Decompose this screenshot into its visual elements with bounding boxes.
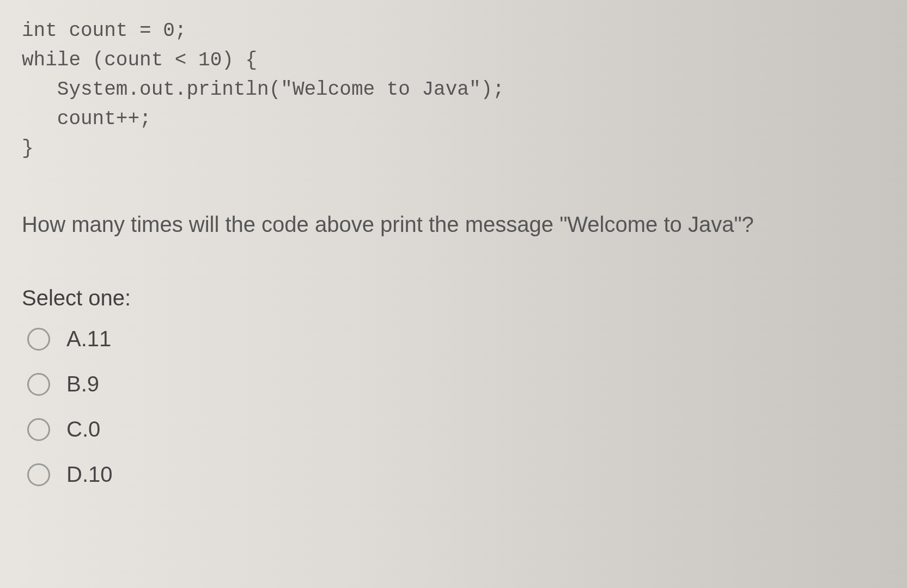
radio-icon[interactable] [27, 463, 50, 486]
radio-icon[interactable] [27, 328, 50, 351]
question-text: How many times will the code above print… [22, 212, 885, 237]
radio-icon[interactable] [27, 373, 50, 396]
code-line-4: count++; [22, 105, 885, 134]
code-line-5: } [22, 134, 885, 163]
select-one-label: Select one: [22, 286, 885, 310]
option-d[interactable]: D.10 [27, 462, 885, 487]
code-line-3: System.out.println("Welcome to Java"); [22, 75, 885, 105]
option-a[interactable]: A.11 [27, 327, 885, 351]
code-block: int count = 0; while (count < 10) { Syst… [22, 16, 885, 163]
option-label-a: A.11 [66, 327, 111, 351]
option-label-c: C.0 [66, 417, 100, 442]
options-list: A.11 B.9 C.0 D.10 [22, 327, 885, 487]
option-b[interactable]: B.9 [27, 372, 885, 396]
radio-icon[interactable] [27, 418, 50, 441]
code-line-1: int count = 0; [22, 16, 885, 46]
option-c[interactable]: C.0 [27, 417, 885, 442]
option-label-b: B.9 [66, 372, 99, 396]
code-line-2: while (count < 10) { [22, 46, 885, 75]
option-label-d: D.10 [66, 462, 113, 487]
